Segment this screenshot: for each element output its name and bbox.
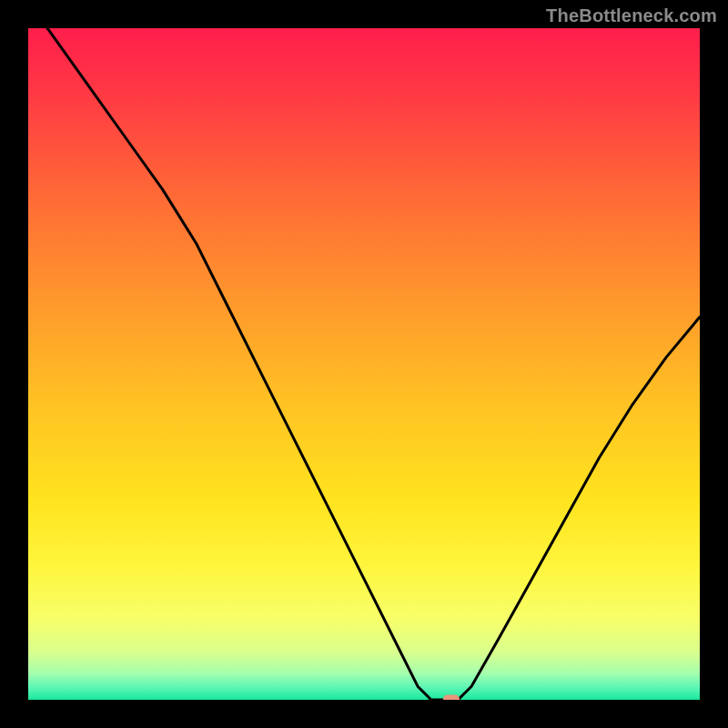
watermark: TheBottleneck.com xyxy=(546,5,717,26)
plot-area xyxy=(28,28,700,700)
optimal-marker xyxy=(443,695,460,701)
heat-gradient xyxy=(28,28,700,700)
svg-rect-0 xyxy=(28,28,700,700)
chart-frame: TheBottleneck.com xyxy=(0,0,728,728)
